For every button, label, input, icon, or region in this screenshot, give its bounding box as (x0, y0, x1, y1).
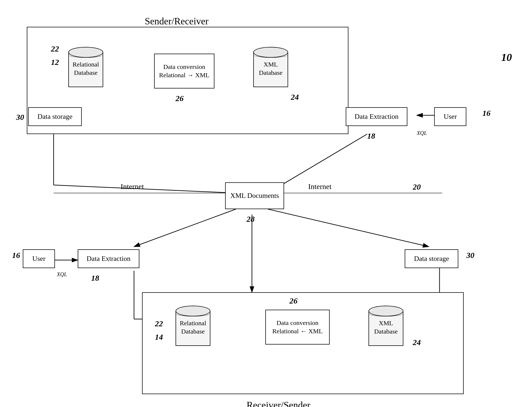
data-conversion-bottom: Data conversionRelational ← XML (265, 310, 330, 345)
num-20-right: 20 (413, 182, 421, 191)
xml-db-top-label: XMLDatabase (256, 60, 285, 77)
num-12-top: 12 (51, 58, 59, 67)
num-22-top: 22 (51, 44, 59, 53)
user-box-bottom: User (23, 249, 55, 268)
xml-db-bottom-label: XMLDatabase (371, 319, 401, 336)
relational-db-top-label: RelationalDatabase (71, 60, 101, 77)
cylinder-xml-bottom: XMLDatabase (369, 306, 403, 349)
xml-db-top: XMLDatabase (249, 42, 292, 95)
svg-line-10 (54, 185, 236, 193)
num-18-top: 18 (367, 131, 375, 140)
xml-db-bottom: XMLDatabase (364, 300, 407, 354)
num-22-bottom: 22 (155, 319, 163, 328)
relational-db-bottom: RelationalDatabase (172, 300, 214, 354)
cylinder-relational-bottom: RelationalDatabase (176, 306, 210, 349)
num-26-top: 26 (176, 94, 184, 103)
data-conversion-top: Data conversionRelational → XML (154, 54, 214, 88)
user-box-top: User (434, 107, 466, 126)
num-24-top: 24 (291, 93, 299, 102)
xql-bottom-label: XQL (57, 271, 67, 278)
num-30-top: 30 (16, 113, 24, 122)
cylinder-relational-top: RelationalDatabase (68, 47, 103, 90)
diagram-container: Sender/Receiver 10 RelationalDatabase 22… (0, 0, 532, 407)
data-extraction-top: Data Extraction (346, 107, 407, 126)
data-storage-top: Data storage (28, 107, 82, 126)
xql-top-label: XQL (417, 130, 427, 136)
num-30-bottom: 30 (466, 251, 474, 260)
cylinder-xml-top: XMLDatabase (253, 47, 288, 90)
num-16-top: 16 (482, 109, 490, 118)
num-18-bottom: 18 (91, 273, 99, 283)
sender-receiver-label: Sender/Receiver (145, 16, 209, 27)
relational-db-top: RelationalDatabase (64, 42, 107, 95)
receiver-sender-label: Receiver/Sender (247, 399, 310, 407)
diagram-number: 10 (501, 51, 512, 64)
num-14-bottom: 14 (155, 332, 163, 342)
data-extraction-bottom: Data Extraction (78, 249, 139, 268)
num-26-bottom: 26 (289, 296, 297, 305)
num-28-center: 28 (247, 214, 255, 224)
relational-db-bottom-label: RelationalDatabase (178, 319, 208, 336)
data-storage-bottom: Data storage (405, 249, 458, 268)
svg-line-12 (134, 209, 236, 247)
num-24-bottom: 24 (413, 338, 421, 347)
internet-left-label: Internet (121, 182, 144, 191)
xml-documents-center: XML Documents (225, 182, 284, 209)
svg-line-13 (268, 209, 429, 247)
num-16-bottom: 16 (12, 251, 20, 260)
internet-right-label: Internet (308, 182, 332, 191)
